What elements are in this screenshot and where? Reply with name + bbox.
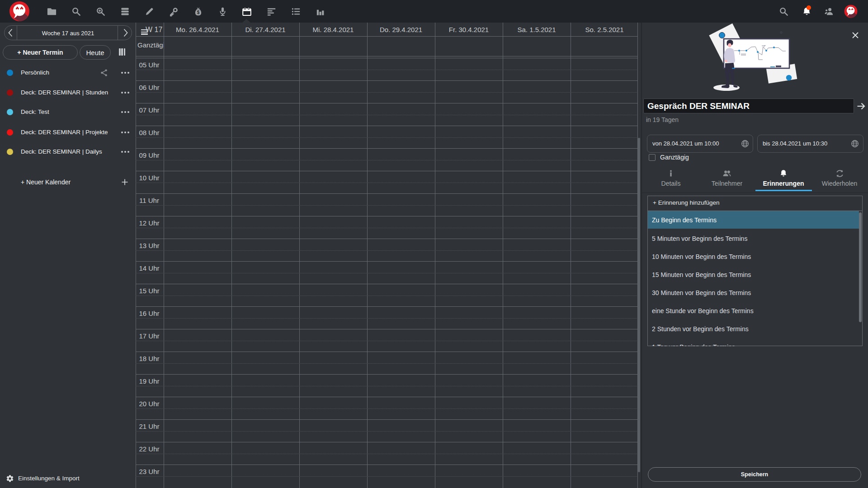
svg-text:$: $ — [197, 10, 199, 15]
